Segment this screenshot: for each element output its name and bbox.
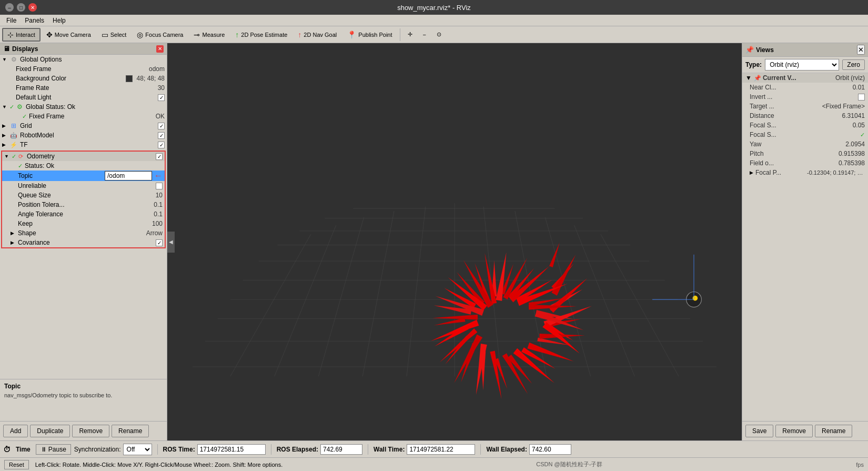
odometry-check[interactable]: ✓ — [156, 153, 163, 160]
background-color-value: 48; 48; 48 — [135, 75, 165, 82]
odometry-shape-value: Arrow — [144, 229, 163, 237]
robot-model-check[interactable]: ✓ — [158, 132, 165, 139]
field-of-view-row[interactable]: Field o... 0.785398 — [742, 158, 868, 168]
tf-row[interactable]: ▶ ⚡ TF ✓ — [0, 140, 167, 149]
add-button[interactable]: Add — [3, 425, 28, 437]
invert-label: Invert ... — [750, 93, 856, 101]
global-options-row[interactable]: ▼ ⚙ Global Options — [0, 55, 167, 64]
pitch-row[interactable]: Pitch 0.915398 — [742, 149, 868, 158]
focal-s2-row[interactable]: Focal S... ✓ — [742, 130, 868, 139]
toolbar-select[interactable]: ▭ Select — [97, 28, 132, 41]
minimize-button[interactable]: – — [5, 3, 14, 12]
main-layout: 🖥 Displays ✕ ▼ ⚙ Global Options Fixed Fr… — [0, 43, 868, 440]
views-save-button[interactable]: Save — [745, 425, 773, 437]
toolbar-focus-camera[interactable]: ◎ Focus Camera — [132, 28, 188, 41]
ros-elapsed-input[interactable] — [320, 444, 362, 455]
toolbar: ⊹ Interact ✥ Move Camera ▭ Select ◎ Focu… — [0, 26, 868, 43]
close-button[interactable]: ✕ — [28, 3, 37, 12]
views-remove-button[interactable]: Remove — [775, 425, 813, 437]
svg-marker-23 — [551, 262, 576, 290]
svg-line-13 — [362, 211, 394, 376]
odometry-topic-row[interactable]: Topic ← — [2, 171, 165, 181]
menu-help[interactable]: Help — [48, 16, 70, 25]
rename-display-button[interactable]: Rename — [112, 425, 149, 437]
tf-expand: ▶ — [2, 142, 8, 147]
ros-time-input[interactable] — [197, 444, 266, 455]
default-light-row[interactable]: Default Light ✓ — [0, 93, 167, 102]
toolbar-interact[interactable]: ⊹ Interact — [2, 28, 41, 42]
displays-close-button[interactable]: ✕ — [156, 45, 164, 53]
views-rename-button[interactable]: Rename — [815, 425, 852, 437]
global-status-icon: ⚙ — [15, 103, 24, 111]
svg-marker-49 — [540, 333, 585, 338]
sync-group: Synchronization: Off — [74, 444, 152, 455]
views-type-row: Type: Orbit (rviz) Zero — [742, 57, 868, 73]
odometry-row[interactable]: ▼ ✓ ⟳ Odometry ✓ — [2, 152, 165, 161]
toolbar-move-camera[interactable]: ✥ Move Camera — [42, 28, 96, 41]
3d-viewport[interactable]: ◀ — [167, 43, 742, 440]
current-view-row[interactable]: ▼ 📌 Current V... Orbit (rviz) — [742, 73, 868, 83]
views-type-select[interactable]: Orbit (rviz) — [765, 59, 839, 71]
odometry-covariance-check[interactable]: ✓ — [156, 239, 163, 246]
odometry-queue-size-row[interactable]: Queue Size 10 — [2, 191, 165, 200]
toolbar-2d-nav[interactable]: ↑ 2D Nav Goal — [293, 28, 341, 41]
toolbar-measure[interactable]: ⊸ Measure — [189, 28, 229, 41]
wall-time-input[interactable] — [407, 444, 475, 455]
odometry-shape-row[interactable]: ▶ Shape Arrow — [2, 228, 165, 238]
yaw-row[interactable]: Yaw 2.0954 — [742, 139, 868, 149]
invert-row[interactable]: Invert ... — [742, 92, 868, 102]
default-light-check[interactable]: ✓ — [158, 94, 165, 101]
invert-check[interactable] — [858, 94, 865, 101]
odometry-keep-row[interactable]: Keep 100 — [2, 219, 165, 228]
svg-line-20 — [574, 225, 635, 376]
svg-line-17 — [483, 207, 501, 377]
toolbar-minus[interactable]: − — [418, 29, 431, 40]
background-color-row[interactable]: Background Color 48; 48; 48 — [0, 74, 167, 83]
tf-check[interactable]: ✓ — [158, 142, 165, 148]
odometry-topic-input[interactable] — [105, 171, 152, 181]
odometry-covariance-row[interactable]: ▶ Covariance ✓ — [2, 238, 165, 247]
maximize-button[interactable]: □ — [17, 3, 25, 12]
odometry-status-row[interactable]: ✓ Status: Ok — [2, 161, 165, 171]
background-color-swatch[interactable] — [126, 75, 133, 82]
svg-marker-48 — [543, 303, 593, 327]
odometry-topic-label: Topic — [18, 172, 105, 179]
reset-button[interactable]: Reset — [4, 460, 29, 469]
near-clip-row[interactable]: Near Cl... 0.01 — [742, 83, 868, 92]
odometry-unreliable-check[interactable] — [156, 183, 163, 189]
global-status-fixed-frame-row[interactable]: ✓ Fixed Frame OK — [0, 112, 167, 121]
toolbar-2d-pose[interactable]: ↑ 2D Pose Estimate — [230, 28, 292, 41]
grid-row[interactable]: ▶ ⊞ Grid ✓ — [0, 121, 167, 131]
frame-rate-row[interactable]: Frame Rate 30 — [0, 83, 167, 93]
remove-display-button[interactable]: Remove — [72, 425, 109, 437]
distance-row[interactable]: Distance 6.31041 — [742, 111, 868, 121]
target-row[interactable]: Target ... <Fixed Frame> — [742, 102, 868, 111]
wall-time-label: Wall Time: — [374, 446, 405, 453]
robot-model-row[interactable]: ▶ 🤖 RobotModel ✓ — [0, 131, 167, 140]
odometry-queue-size-label: Queue Size — [18, 192, 154, 199]
toolbar-publish-point[interactable]: 📍 Publish Point — [342, 28, 397, 41]
duplicate-button[interactable]: Duplicate — [30, 425, 70, 437]
focal-s1-row[interactable]: Focal S... 0.05 — [742, 121, 868, 130]
wall-elapsed-input[interactable] — [529, 444, 571, 455]
views-zero-button[interactable]: Zero — [842, 59, 865, 70]
svg-line-15 — [275, 225, 336, 376]
grid-check[interactable]: ✓ — [158, 123, 165, 129]
odometry-unreliable-row[interactable]: Unreliable — [2, 181, 165, 191]
svg-marker-29 — [494, 358, 509, 390]
toolbar-crosshair[interactable]: ✛ — [403, 29, 417, 40]
views-close-button[interactable]: ✕ — [857, 45, 865, 55]
sync-select[interactable]: Off — [123, 444, 152, 455]
odometry-pos-tolerance-row[interactable]: Position Tolera... 0.1 — [2, 200, 165, 209]
menu-file[interactable]: File — [2, 16, 21, 25]
fixed-frame-row[interactable]: Fixed Frame odom — [0, 64, 167, 74]
viewport-collapse-left[interactable]: ◀ — [167, 232, 175, 253]
odometry-angle-tolerance-row[interactable]: Angle Tolerance 0.1 — [2, 209, 165, 219]
toolbar-circle[interactable]: ⊙ — [432, 29, 446, 40]
global-status-row[interactable]: ▼ ✓ ⚙ Global Status: Ok — [0, 102, 167, 112]
menu-panels[interactable]: Panels — [21, 16, 48, 25]
displays-buttons: Add Duplicate Remove Rename — [0, 421, 167, 440]
wall-elapsed-group: Wall Elapsed: — [486, 444, 571, 455]
pause-button[interactable]: ⏸ Pause — [36, 444, 71, 455]
focal-p-row[interactable]: ▶ Focal P... -0.12304; 0.19147; –... — [742, 168, 868, 177]
